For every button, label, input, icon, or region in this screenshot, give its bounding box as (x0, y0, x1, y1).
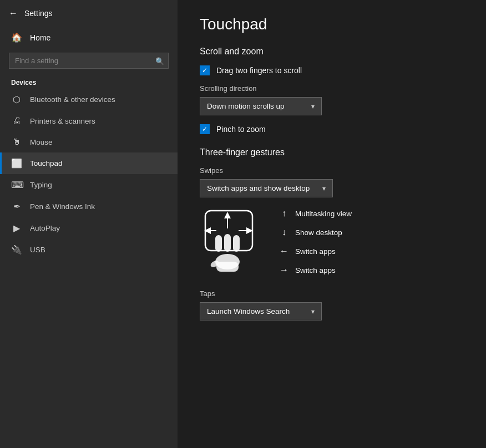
swipes-dropdown-value: Switch apps and show desktop (207, 184, 310, 192)
arrow-right-icon: → (279, 265, 290, 275)
swipes-dropdown[interactable]: Switch apps and show desktop ▾ (200, 179, 333, 197)
scrolling-direction-dropdown[interactable]: Down motion scrolls up ▾ (200, 97, 322, 115)
sidebar-section-label: Devices (0, 73, 178, 89)
sidebar-item-label: Pen & Windows Ink (30, 202, 95, 211)
sidebar-item-pen[interactable]: ✒ Pen & Windows Ink (0, 196, 178, 217)
sidebar-header: ← Settings (0, 0, 178, 27)
sidebar-item-label: USB (30, 246, 45, 254)
gesture-label-down: ↓ Show desktop (279, 227, 352, 237)
home-icon: 🏠 (11, 32, 22, 43)
swipes-label: Swipes (200, 166, 464, 175)
taps-dropdown-value: Launch Windows Search (207, 307, 290, 315)
mouse-icon: 🖱 (11, 137, 22, 147)
pinch-zoom-row: ✓ Pinch to zoom (200, 124, 464, 134)
drag-two-fingers-label: Drag two fingers to scroll (216, 66, 302, 75)
search-input[interactable] (9, 53, 169, 69)
scroll-zoom-title: Scroll and zoom (200, 47, 464, 57)
drag-two-fingers-row: ✓ Drag two fingers to scroll (200, 65, 464, 75)
svg-rect-7 (215, 235, 222, 252)
sidebar-item-usb[interactable]: 🔌 USB (0, 239, 178, 261)
sidebar-item-autoplay[interactable]: ▶ AutoPlay (0, 217, 178, 239)
svg-rect-12 (216, 262, 239, 272)
sidebar-item-label: AutoPlay (30, 224, 60, 232)
check-mark: ✓ (202, 67, 207, 74)
gesture-label-left: ← Switch apps (279, 246, 352, 256)
touchpad-icon: ⬜ (11, 158, 22, 169)
chevron-down-icon: ▾ (311, 103, 315, 110)
arrow-up-icon: ↑ (279, 208, 290, 218)
sidebar-item-label: Printers & scanners (30, 117, 95, 125)
taps-label: Taps (200, 289, 464, 298)
arrow-left-icon: ← (279, 246, 290, 256)
usb-icon: 🔌 (11, 245, 22, 255)
pinch-zoom-label: Pinch to zoom (216, 125, 266, 134)
gesture-label-text: Multitasking view (295, 210, 352, 218)
sidebar-item-label: Touchpad (30, 159, 63, 167)
scrolling-direction-label: Scrolling direction (200, 84, 464, 93)
svg-rect-8 (224, 234, 231, 252)
drag-two-fingers-checkbox[interactable]: ✓ (200, 65, 210, 75)
sidebar-item-label: Mouse (30, 138, 53, 146)
gesture-label-text: Switch apps (295, 247, 336, 256)
gesture-labels: ↑ Multitasking view ↓ Show desktop ← Swi… (279, 206, 352, 275)
three-finger-section: Three-finger gestures Swipes Switch apps… (200, 147, 464, 320)
taps-dropdown[interactable]: Launch Windows Search ▾ (200, 302, 322, 320)
pen-icon: ✒ (11, 201, 22, 212)
bluetooth-icon: ⬡ (11, 94, 22, 105)
gesture-area: ↑ Multitasking view ↓ Show desktop ← Swi… (200, 206, 464, 278)
gesture-label-text: Show desktop (295, 228, 342, 237)
gesture-label-up: ↑ Multitasking view (279, 208, 352, 218)
pinch-zoom-checkbox[interactable]: ✓ (200, 124, 210, 134)
main-content: Touchpad Scroll and zoom ✓ Drag two fing… (178, 0, 486, 448)
back-button[interactable]: ← (9, 8, 18, 18)
sidebar-item-bluetooth[interactable]: ⬡ Bluetooth & other devices (0, 89, 178, 110)
search-box[interactable]: 🔍 (9, 53, 169, 69)
arrow-down-icon: ↓ (279, 227, 290, 237)
home-label: Home (30, 33, 50, 42)
check-mark: ✓ (202, 126, 207, 133)
typing-icon: ⌨ (11, 180, 22, 190)
sidebar-item-touchpad[interactable]: ⬜ Touchpad (0, 152, 178, 174)
scrolling-direction-value: Down motion scrolls up (207, 102, 285, 110)
page-title: Touchpad (200, 16, 464, 33)
gesture-label-text: Switch apps (295, 266, 336, 274)
sidebar-item-typing[interactable]: ⌨ Typing (0, 174, 178, 196)
three-finger-title: Three-finger gestures (200, 147, 464, 157)
sidebar-item-home[interactable]: 🏠 Home (0, 27, 178, 48)
sidebar-item-label: Typing (30, 181, 52, 189)
svg-rect-9 (233, 235, 240, 252)
svg-marker-2 (224, 212, 231, 218)
chevron-down-icon: ▾ (322, 185, 326, 192)
gesture-label-right: → Switch apps (279, 265, 352, 275)
printer-icon: 🖨 (11, 116, 22, 126)
search-icon: 🔍 (155, 57, 164, 65)
autoplay-icon: ▶ (11, 223, 22, 233)
settings-title: Settings (24, 9, 53, 18)
sidebar: ← Settings 🏠 Home 🔍 Devices ⬡ Bluetooth … (0, 0, 178, 448)
chevron-down-icon: ▾ (311, 308, 315, 315)
sidebar-item-label: Bluetooth & other devices (30, 95, 115, 104)
gesture-illustration (200, 206, 261, 278)
sidebar-item-printers[interactable]: 🖨 Printers & scanners (0, 110, 178, 131)
sidebar-item-mouse[interactable]: 🖱 Mouse (0, 131, 178, 152)
